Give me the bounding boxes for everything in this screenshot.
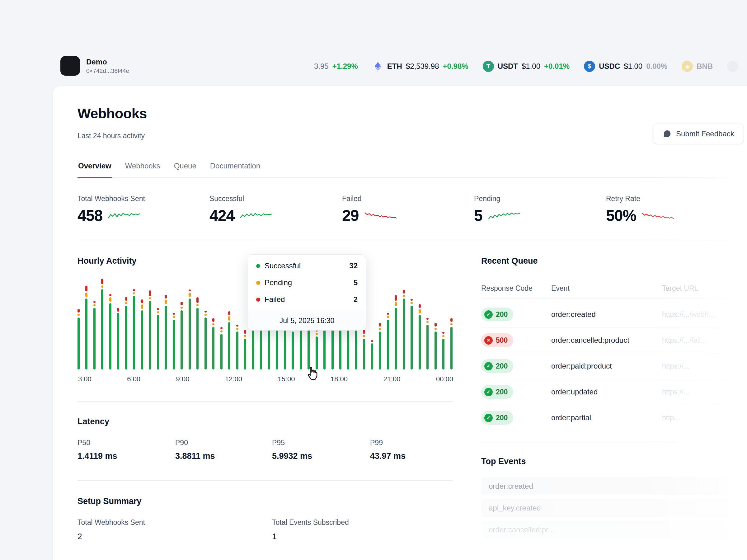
latency-value: 43.97 ms [370,451,406,461]
activity-bar [442,332,444,370]
activity-bar [419,304,421,370]
divider [77,240,729,241]
tooltip-row-pending: Pending5 [248,274,366,291]
queue-row[interactable]: ✓200order:paid:producthttps://... [481,353,729,379]
column-header-event: Event [551,284,662,292]
divider [77,480,453,481]
submit-feedback-button[interactable]: Submit Feedback [653,124,744,144]
submit-feedback-label: Submit Feedback [676,129,734,138]
tab-bar: OverviewWebhooksQueueDocumentation [77,158,729,178]
tab-overview[interactable]: Overview [77,158,112,178]
queue-event: order:cancelled:product [551,336,662,345]
latency-title: Latency [77,417,109,427]
queue-table-header: Response CodeEventTarget URL [481,284,729,299]
activity-bar [181,302,183,370]
chat-bubble-icon [662,129,672,138]
ticker-symbol: BNB [697,62,713,71]
stat-value: 50% [606,207,636,225]
bnb-icon: ◆ [681,61,693,72]
response-code-badge: ✓200 [481,411,513,425]
usdc-icon: $ [584,61,595,72]
activity-bar [149,290,151,370]
setup-total-events-subscribed: Total Events Subscribed1 [272,518,349,541]
latency-p90: P903.8811 ms [175,439,215,461]
activity-bar [197,297,199,370]
tab-queue[interactable]: Queue [173,158,197,178]
activity-bar [450,318,453,370]
queue-row[interactable]: ✓200order:partialhttp... [481,405,729,431]
ticker-item-bnb[interactable]: ◆BNB [681,61,713,72]
tooltip-timestamp: Jul 5, 2025 16:30 [248,311,366,330]
setup-label: Total Webhooks Sent [77,518,145,527]
activity-bar [133,289,135,370]
x-axis-label: 9:00 [176,375,189,383]
ticker-change: +0.98% [443,62,468,71]
ticker-symbol: ETH [387,62,402,71]
response-code-badge: ✓200 [481,308,513,321]
activity-bar [292,325,294,370]
tab-documentation[interactable]: Documentation [209,158,261,178]
queue-row[interactable]: ✕500order:cancelled:producthttps://.../f… [481,328,729,353]
wallet-address: 0×742d...38f44e [86,68,129,74]
ticker-item[interactable]: 3.95+1.29% [314,62,358,71]
stat-failed: Failed29 [342,195,397,225]
tooltip-row-successful: Successful32 [248,255,366,274]
stat-value: 424 [209,207,234,225]
ticker-symbol: USDT [498,62,518,71]
x-icon: ✕ [484,336,493,345]
check-icon: ✓ [484,362,493,371]
activity-bar [371,340,373,370]
tooltip-value: 2 [354,295,358,304]
workspace-brand[interactable]: Demo 0×742d...38f44e [60,56,129,76]
activity-bar [173,313,175,370]
activity-bar [435,323,437,370]
setup-label: Total Events Subscribed [272,518,349,527]
activity-bar [395,295,397,370]
ticker-change: +0.01% [544,62,570,71]
activity-bar [125,297,127,370]
ticker-price: 3.95 [314,62,329,71]
ticker-symbol: USDC [599,62,620,71]
latency-value: 5.9932 ms [272,451,312,461]
tooltip-label: Pending [264,278,349,287]
latency-p99: P9943.97 ms [370,439,406,461]
top-event-item: order:cancelled:pr... [481,521,729,539]
queue-row[interactable]: ✓200order:updatedhttps://... [481,379,729,405]
activity-bar [236,325,238,370]
x-axis-label: 3:00 [78,375,92,383]
ticker-price: $2,539.98 [406,62,439,71]
ticker-item-eth[interactable]: ETH$2,539.98+0.98% [372,61,468,72]
cursor-icon [306,366,319,382]
ticker-price: $1.00 [624,62,642,71]
stat-value: 458 [77,207,102,225]
response-code-badge: ✓200 [481,385,513,399]
tooltip-label: Successful [264,261,345,270]
top-header-bar: Demo 0×742d...38f44e 3.95+1.29%ETH$2,539… [53,47,747,86]
tab-webhooks[interactable]: Webhooks [125,158,161,178]
setup-total-webhooks-sent: Total Webhooks Sent2 [77,518,145,541]
x-axis-label: 12:00 [225,375,242,383]
ticker-item-usdc[interactable]: $USDC$1.000.00% [584,61,667,72]
eth-icon [372,61,383,72]
queue-target-url: https://... [662,362,729,371]
tooltip-value: 5 [354,278,358,287]
column-header-target-url: Target URL [662,284,729,292]
activity-bar [141,300,143,370]
activity-bar [221,327,223,370]
latency-p95: P955.9932 ms [272,439,312,461]
activity-bar [165,295,167,370]
queue-row[interactable]: ✓200order:createdhttps://.../webh... [481,302,729,328]
activity-bar [379,323,381,370]
activity-bar [189,289,191,370]
stat-successful: Successful424 [209,195,272,225]
activity-bar [411,299,413,370]
activity-bar [212,318,214,370]
sparkline [240,208,272,223]
ticker-item[interactable] [727,61,738,72]
latency-label: P50 [77,439,117,447]
activity-bar [427,318,429,370]
stat-label: Total Webhooks Sent [77,195,145,203]
activity-bar [77,309,80,370]
top-event-item: api_key.created [481,499,729,517]
ticker-item-usdt[interactable]: TUSDT$1.00+0.01% [483,61,570,72]
